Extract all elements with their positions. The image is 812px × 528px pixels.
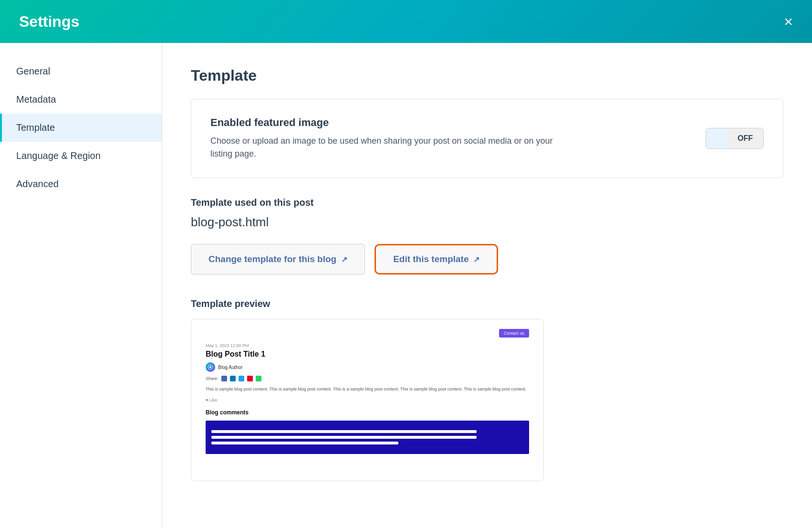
main-content: Template Enabled featured image Choose o… [162, 43, 812, 528]
preview-author-name: Blog Author [218, 365, 243, 370]
sidebar-item-advanced[interactable]: Advanced [0, 170, 162, 198]
preview-date: May 1, 2023 12:00 PM [206, 343, 529, 348]
preview-author-row: Blog Author [206, 362, 529, 372]
preview-twitter-icon [239, 376, 244, 381]
toggle-container[interactable]: OFF [706, 128, 764, 149]
preview-linkedin-icon [230, 376, 236, 381]
svg-point-1 [209, 366, 211, 368]
preview-author-avatar [206, 362, 215, 372]
featured-image-toggle[interactable]: OFF [706, 128, 764, 149]
preview-body-text: This is sample blog post content. This i… [206, 386, 529, 393]
sidebar: General Metadata Template Language & Reg… [0, 43, 162, 528]
modal-body: General Metadata Template Language & Reg… [0, 43, 812, 528]
preview-share-label: Share: [206, 376, 219, 381]
template-preview-box: Contact us May 1, 2023 12:00 PM Blog Pos… [191, 319, 544, 481]
preview-comment-line-3 [211, 442, 398, 444]
settings-modal: Settings × General Metadata Template Lan… [0, 0, 812, 528]
edit-template-button[interactable]: Edit this template ↗ [375, 244, 498, 275]
section-title: Template [191, 67, 783, 84]
template-used-label: Template used on this post [191, 197, 783, 208]
preview-share-row: Share: [206, 376, 529, 381]
buttons-row: Change template for this blog ↗ Edit thi… [191, 244, 783, 275]
toggle-off-side[interactable]: OFF [727, 128, 763, 148]
featured-image-title: Enabled featured image [210, 116, 568, 129]
preview-inner: Contact us May 1, 2023 12:00 PM Blog Pos… [191, 319, 543, 481]
sidebar-item-general[interactable]: General [0, 57, 162, 85]
featured-image-card: Enabled featured image Choose or upload … [191, 99, 783, 178]
toggle-on-side[interactable] [706, 128, 727, 148]
external-link-icon-edit: ↗ [473, 255, 479, 264]
preview-label: Template preview [191, 298, 783, 309]
preview-comments-title: Blog comments [206, 409, 529, 416]
sidebar-item-template[interactable]: Template [0, 114, 162, 142]
preview-pinterest-icon [247, 376, 253, 381]
featured-image-text: Enabled featured image Choose or upload … [210, 116, 568, 160]
sidebar-item-metadata[interactable]: Metadata [0, 85, 162, 114]
change-template-button[interactable]: Change template for this blog ↗ [191, 244, 365, 275]
preview-comment-line-2 [211, 436, 477, 439]
preview-comment-box [206, 421, 529, 454]
template-filename: blog-post.html [191, 215, 783, 230]
preview-contact-btn: Contact us [499, 329, 529, 338]
preview-comment-line-1 [211, 430, 477, 433]
close-button[interactable]: × [784, 14, 793, 29]
preview-whatsapp-icon [256, 376, 261, 381]
preview-nav: Contact us [206, 329, 529, 338]
preview-post-title: Blog Post Title 1 [206, 350, 529, 359]
modal-title: Settings [19, 13, 79, 31]
sidebar-item-language-region[interactable]: Language & Region [0, 142, 162, 170]
preview-like-row: ♥ Like [206, 398, 529, 402]
external-link-icon-change: ↗ [341, 255, 347, 264]
modal-header: Settings × [0, 0, 812, 43]
preview-facebook-icon [221, 376, 227, 381]
featured-image-description: Choose or upload an image to be used whe… [210, 135, 568, 160]
